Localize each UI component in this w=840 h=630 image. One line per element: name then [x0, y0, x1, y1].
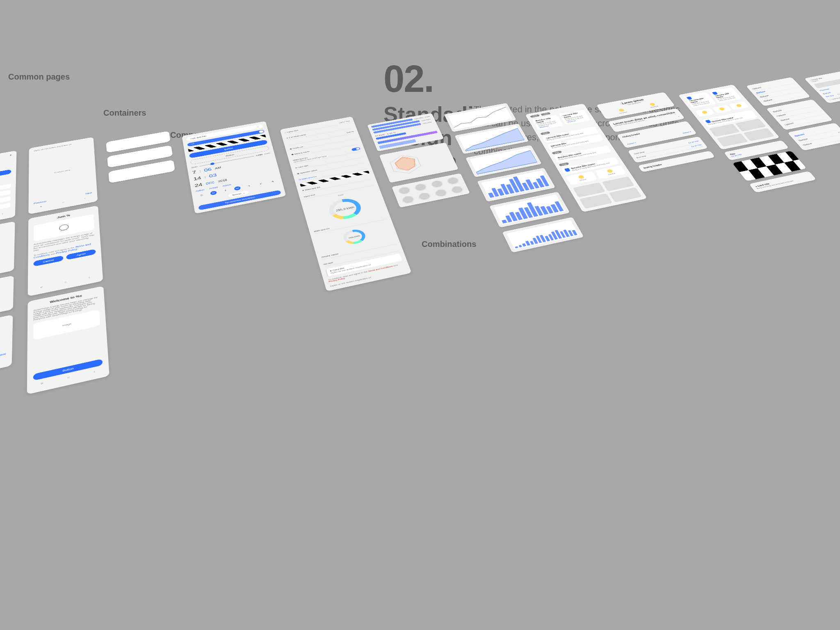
toggle-switch[interactable] — [351, 147, 361, 151]
page-app-update: ● App name Version A.B.10.d A new versio… — [0, 151, 17, 231]
column-common-1: ● App name Version A.B.10.d A new versio… — [0, 151, 17, 418]
chevron-down-icon: ⌄ — [243, 192, 246, 194]
page-join: Join % Automatically manages the energy … — [28, 205, 103, 297]
next-button[interactable]: Next — [85, 192, 92, 195]
page-welcome: Welcome to %s SmartThings Energy Service… — [27, 286, 110, 395]
bulb-icon — [701, 110, 708, 114]
page-service-header: Service title Location Header Margin — [0, 221, 15, 285]
donut-chart-small: 000 kWh — [342, 228, 368, 246]
action-link[interactable]: Action — [222, 183, 231, 187]
page-custom-save: Optio ut est autem explicabo ut Custom a… — [0, 315, 13, 384]
nav-back-icon[interactable]: ‹ — [0, 211, 10, 217]
bulb-icon — [735, 104, 742, 107]
section-label-common: Common pages — [8, 72, 70, 82]
chevron-down-icon: ⌄ — [256, 126, 259, 128]
previous-button[interactable]: Previous — [34, 200, 46, 205]
radar-icon — [383, 151, 428, 179]
save-button[interactable]: Save — [0, 352, 6, 357]
column-common-2: Optio ut est autem explicabo ut Custom a… — [27, 137, 110, 395]
page-intro: Optio ut est autem explicabo ut Custom a… — [28, 137, 98, 215]
svg-marker-3 — [393, 155, 419, 172]
link-oss[interactable]: Open Source Licenses — [0, 203, 10, 218]
illustration-icon — [52, 220, 75, 235]
components-sheet-1: Sub app bar⌄ On Button Button 1min1,000K… — [182, 121, 286, 214]
design-board: ● App name Version A.B.10.d A new versio… — [0, 90, 840, 541]
shield-icon — [564, 168, 571, 172]
donut-chart: 295.9 kWh — [326, 196, 364, 222]
action-link[interactable]: Action — [195, 189, 204, 192]
action-link[interactable]: Action — [209, 186, 218, 190]
bulb-icon — [719, 107, 725, 111]
